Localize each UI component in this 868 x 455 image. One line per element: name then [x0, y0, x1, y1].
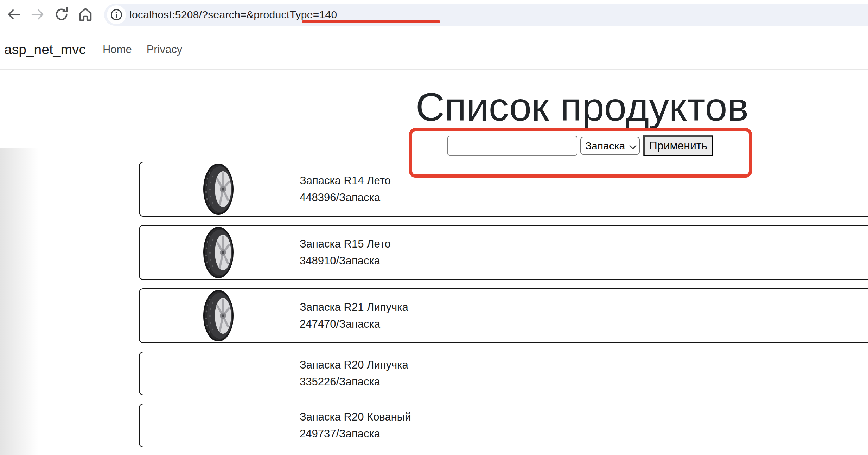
- product-card: Запаска R14 Лето 448396/Запаска: [139, 162, 868, 217]
- left-edge-shadow: [0, 148, 39, 455]
- product-card: Запаска R20 Липучка 335226/Запаска: [139, 352, 868, 395]
- url-bar[interactable]: localhost:5208/?search=&productType=140: [104, 4, 868, 26]
- browser-toolbar: localhost:5208/?search=&productType=140: [0, 0, 868, 30]
- product-image-container: [140, 425, 300, 426]
- apply-button[interactable]: Применить: [643, 135, 713, 156]
- product-text: Запаска R14 Лето 448396/Запаска: [300, 168, 391, 210]
- product-text: Запаска R15 Лето 348910/Запаска: [300, 231, 391, 274]
- product-type-select-wrap: Запаска: [580, 137, 640, 155]
- page-title: Список продуктов: [408, 84, 756, 130]
- product-card: Запаска R15 Лето 348910/Запаска: [139, 225, 868, 280]
- back-icon[interactable]: [5, 6, 23, 23]
- nav-link-home[interactable]: Home: [103, 43, 132, 56]
- product-image-container: [140, 162, 300, 216]
- product-code: 348910/Запаска: [300, 252, 391, 269]
- product-card: Запаска R20 Кованый 249737/Запаска: [139, 404, 868, 447]
- reload-icon[interactable]: [53, 6, 70, 23]
- product-type-select[interactable]: Запаска: [580, 137, 640, 155]
- product-name: Запаска R14 Лето: [300, 172, 391, 189]
- product-name: Запаска R20 Кованый: [300, 409, 411, 425]
- product-text: Запаска R20 Липучка 335226/Запаска: [300, 352, 408, 395]
- site-navbar: asp_net_mvc Home Privacy: [0, 30, 868, 70]
- tire-image: [203, 226, 236, 278]
- search-input[interactable]: [447, 136, 577, 156]
- product-code: 448396/Запаска: [300, 189, 391, 206]
- product-list: Запаска R14 Лето 448396/Запаска: [139, 162, 868, 455]
- product-code: 249737/Запаска: [300, 425, 411, 442]
- product-card: Запаска R21 Липучка 247470/Запаска: [139, 288, 868, 343]
- url-annotation-underline: [302, 20, 440, 23]
- product-text: Запаска R20 Кованый 249737/Запаска: [300, 404, 411, 447]
- nav-link-privacy[interactable]: Privacy: [147, 43, 183, 56]
- product-image-container: [140, 373, 300, 374]
- navbar-brand[interactable]: asp_net_mvc: [4, 42, 86, 57]
- tire-image: [203, 290, 236, 342]
- home-icon[interactable]: [77, 6, 94, 23]
- site-info-icon[interactable]: [107, 5, 126, 24]
- product-name: Запаска R20 Липучка: [300, 357, 408, 373]
- product-code: 335226/Запаска: [300, 373, 408, 390]
- product-text: Запаска R21 Липучка 247470/Запаска: [300, 295, 408, 337]
- product-image-container: [140, 226, 300, 279]
- tire-image: [203, 163, 236, 215]
- product-image-container: [140, 289, 300, 342]
- nav-links: Home Privacy: [103, 43, 182, 56]
- forward-icon[interactable]: [29, 6, 46, 23]
- product-name: Запаска R21 Липучка: [300, 299, 408, 316]
- product-code: 247470/Запаска: [300, 316, 408, 333]
- product-name: Запаска R15 Лето: [300, 236, 391, 252]
